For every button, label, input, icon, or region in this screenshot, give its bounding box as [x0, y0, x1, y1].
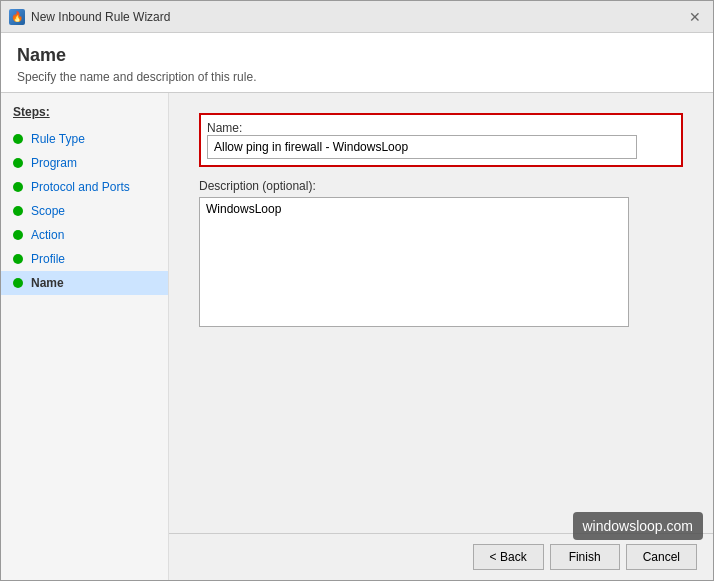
sidebar-item-name[interactable]: Name [1, 271, 168, 295]
sidebar-item-protocol-ports[interactable]: Protocol and Ports [1, 175, 168, 199]
back-button[interactable]: < Back [473, 544, 544, 570]
sidebar-item-program[interactable]: Program [1, 151, 168, 175]
step-dot-action [13, 230, 23, 240]
name-group: Name: [199, 113, 683, 167]
header-section: Name Specify the name and description of… [1, 33, 713, 93]
step-dot-program [13, 158, 23, 168]
sidebar: Steps: Rule Type Program Protocol and Po… [1, 93, 169, 580]
sidebar-item-label: Rule Type [31, 132, 85, 146]
sidebar-item-scope[interactable]: Scope [1, 199, 168, 223]
sidebar-item-label: Scope [31, 204, 65, 218]
sidebar-item-label: Protocol and Ports [31, 180, 130, 194]
step-dot-scope [13, 206, 23, 216]
title-bar: 🔥 New Inbound Rule Wizard ✕ [1, 1, 713, 33]
sidebar-item-label: Name [31, 276, 64, 290]
steps-label: Steps: [1, 105, 168, 127]
sidebar-item-label: Action [31, 228, 64, 242]
description-group: Description (optional): WindowsLoop [199, 179, 683, 327]
step-dot-profile [13, 254, 23, 264]
main-layout: Steps: Rule Type Program Protocol and Po… [1, 93, 713, 580]
sidebar-item-action[interactable]: Action [1, 223, 168, 247]
window-title: New Inbound Rule Wizard [31, 10, 685, 24]
name-highlight-box: Name: [199, 113, 683, 167]
wizard-window: 🔥 New Inbound Rule Wizard ✕ Name Specify… [0, 0, 714, 581]
name-input[interactable] [207, 135, 637, 159]
step-dot-name [13, 278, 23, 288]
main-content: Name: Description (optional): WindowsLoo… [169, 93, 713, 580]
step-dot-protocol-ports [13, 182, 23, 192]
step-dot-rule-type [13, 134, 23, 144]
sidebar-item-rule-type[interactable]: Rule Type [1, 127, 168, 151]
finish-button[interactable]: Finish [550, 544, 620, 570]
button-bar: < Back Finish Cancel [169, 533, 713, 580]
name-label: Name: [207, 121, 675, 135]
sidebar-item-profile[interactable]: Profile [1, 247, 168, 271]
page-subtitle: Specify the name and description of this… [17, 70, 697, 84]
form-area: Name: Description (optional): WindowsLoo… [169, 93, 713, 533]
sidebar-item-label: Profile [31, 252, 65, 266]
page-title: Name [17, 45, 697, 66]
window-icon: 🔥 [9, 9, 25, 25]
sidebar-item-label: Program [31, 156, 77, 170]
close-button[interactable]: ✕ [685, 7, 705, 27]
description-label: Description (optional): [199, 179, 683, 193]
cancel-button[interactable]: Cancel [626, 544, 697, 570]
description-textarea[interactable]: WindowsLoop [199, 197, 629, 327]
